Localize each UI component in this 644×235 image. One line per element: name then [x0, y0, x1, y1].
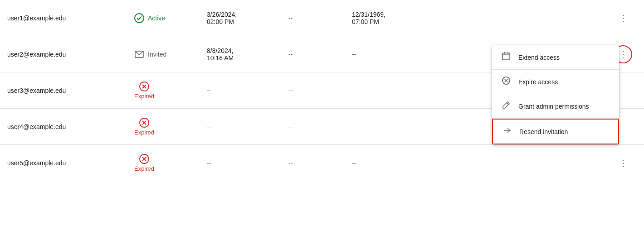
user-status: Expired	[134, 117, 207, 136]
last-login: --	[288, 51, 352, 58]
resend-invitation-item[interactable]: Resend invitation	[492, 119, 619, 144]
resend-invitation-label: Resend invitation	[519, 128, 568, 135]
last-login: --	[288, 123, 352, 130]
created-date: --	[207, 159, 288, 167]
extend-access-label: Extend access	[518, 54, 560, 61]
expired-status: Expired	[134, 117, 154, 136]
active-icon	[134, 13, 144, 23]
last-login: --	[288, 87, 352, 94]
status-label: Expired	[134, 165, 154, 172]
last-login: --	[288, 14, 352, 22]
table-row: user2@example.edu Invited 8/8/2024,10:16…	[0, 36, 644, 72]
svg-rect-1	[503, 53, 510, 60]
more-options-button[interactable]: ⋮	[615, 155, 631, 171]
expired-status: Expired	[134, 81, 154, 100]
user-status: Active	[134, 13, 207, 23]
actions-cell: ⋮	[610, 155, 637, 171]
expiry-date: 12/31/1969,07:00 PM	[352, 11, 610, 25]
pencil-icon	[501, 101, 511, 112]
user-email: user4@example.edu	[7, 123, 134, 130]
user-status: Expired	[134, 153, 207, 172]
user-email: user5@example.edu	[7, 159, 134, 167]
status-label: Active	[148, 14, 165, 22]
created-date: --	[207, 123, 288, 130]
expiry-date: --	[352, 159, 610, 167]
user-email: user1@example.edu	[7, 14, 134, 22]
status-label: Invited	[148, 51, 166, 58]
status-label: Expired	[134, 129, 154, 136]
actions-cell: ⋮	[610, 10, 637, 26]
created-date: --	[207, 87, 288, 94]
extend-access-item[interactable]: Extend access	[492, 45, 619, 70]
user-status: Invited	[134, 49, 207, 59]
status-label: Expired	[134, 93, 154, 100]
user-status: Expired	[134, 81, 207, 100]
svg-line-9	[507, 103, 508, 105]
context-menu: Extend access Expire access	[492, 45, 619, 144]
invited-icon	[134, 49, 144, 59]
created-date: 8/8/2024,10:16 AM	[207, 47, 288, 62]
calendar-icon	[501, 52, 511, 63]
grant-admin-item[interactable]: Grant admin permissions	[492, 94, 619, 119]
users-table: user1@example.edu Active 3/26/2024,02:00…	[0, 0, 644, 181]
table-row: user1@example.edu Active 3/26/2024,02:00…	[0, 0, 644, 36]
table-row: user5@example.edu Expired -- -- -- ⋮	[0, 145, 644, 181]
expire-access-label: Expire access	[518, 78, 558, 86]
expire-access-item[interactable]: Expire access	[492, 70, 619, 94]
expire-icon	[501, 76, 511, 87]
user-email: user2@example.edu	[7, 51, 134, 58]
created-date: 3/26/2024,02:00 PM	[207, 11, 288, 25]
arrow-right-icon	[502, 126, 512, 137]
more-options-button[interactable]: ⋮	[615, 10, 631, 26]
grant-admin-label: Grant admin permissions	[518, 103, 589, 110]
last-login: --	[288, 159, 352, 167]
expired-status: Expired	[134, 153, 154, 172]
user-email: user3@example.edu	[7, 87, 134, 94]
